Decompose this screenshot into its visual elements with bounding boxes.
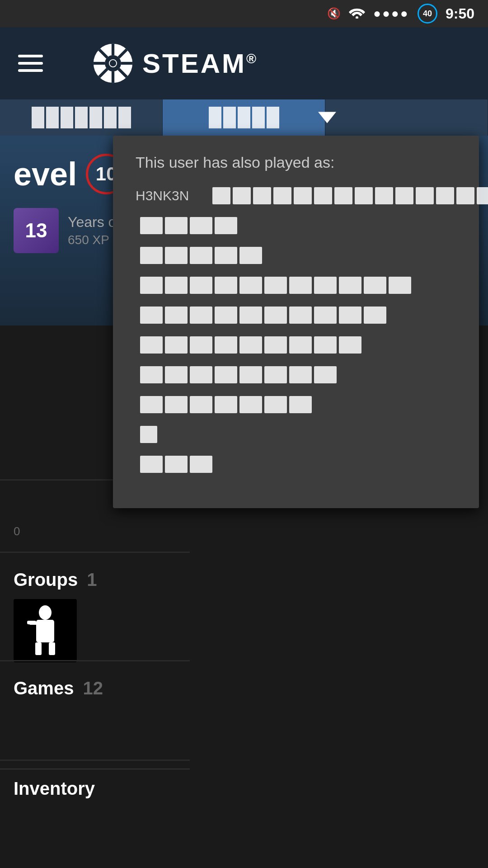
svg-rect-18 [35, 642, 42, 655]
groups-section: Groups 1 [0, 561, 190, 671]
games-header: Games 12 [14, 678, 176, 698]
dropdown-arrow-icon [318, 112, 336, 123]
alias-row-9 [136, 456, 456, 473]
tab-bar [0, 99, 488, 136]
alias-row-2 [136, 247, 456, 264]
steam-wordmark: STEAM® [142, 48, 258, 79]
steam-wheel-icon [93, 43, 133, 84]
years-badge: 13 [14, 208, 59, 253]
alias-row-8 [136, 426, 456, 443]
stats-section: 0 [0, 515, 190, 552]
alias-row-7 [136, 396, 456, 413]
alias-row-3 [136, 277, 456, 294]
groups-count: 1 [87, 570, 97, 590]
games-section: Games 12 [0, 669, 190, 717]
alias-pixels-main [212, 187, 488, 204]
games-label: Games [14, 678, 74, 698]
battery-indicator: 40 [418, 4, 437, 24]
divider-4 [0, 760, 190, 761]
svg-rect-19 [49, 642, 55, 655]
cs-group-icon [14, 599, 77, 662]
alias-row-1 [136, 217, 456, 234]
alias-row-4 [136, 307, 456, 324]
alias-popup: This user has also played as: H3NK3N [113, 136, 479, 508]
group-icon[interactable] [14, 599, 77, 662]
inventory-label: Inventory [14, 778, 95, 799]
inventory-section[interactable]: Inventory [0, 769, 190, 817]
signal-dots: ●●●● [373, 6, 409, 21]
tab-1[interactable] [0, 99, 163, 136]
stat-value: 0 [14, 524, 176, 538]
games-count: 12 [83, 678, 103, 698]
app-header: STEAM® [0, 27, 488, 99]
svg-point-13 [110, 60, 116, 66]
steam-logo: STEAM® [93, 43, 258, 84]
alias-label: H3NK3N [136, 188, 203, 203]
divider-3 [0, 660, 190, 661]
alias-row-6 [136, 366, 456, 383]
alias-row-main: H3NK3N [136, 187, 456, 204]
tab-2[interactable] [163, 99, 325, 136]
svg-rect-17 [29, 623, 45, 625]
mute-icon: 🔇 [327, 7, 341, 20]
divider-2 [0, 552, 190, 553]
inventory-header: Inventory [14, 778, 176, 799]
hamburger-menu-button[interactable] [18, 55, 43, 72]
groups-label: Groups [14, 570, 78, 590]
level-text-label: evel [14, 156, 77, 193]
status-icons: 🔇 ●●●● 40 9:50 [327, 4, 474, 24]
alias-row-5 [136, 336, 456, 354]
main-content: evel 10 13 Years of Se 650 XP 0 Groups 1 [0, 99, 488, 868]
svg-point-0 [356, 16, 358, 19]
status-time: 9:50 [446, 5, 474, 22]
popup-title: This user has also played as: [136, 154, 456, 171]
wifi-icon [349, 6, 365, 21]
groups-header: Groups 1 [14, 570, 176, 590]
tab-3[interactable] [325, 99, 488, 136]
svg-point-14 [39, 605, 52, 620]
status-bar: 🔇 ●●●● 40 9:50 [0, 0, 488, 27]
